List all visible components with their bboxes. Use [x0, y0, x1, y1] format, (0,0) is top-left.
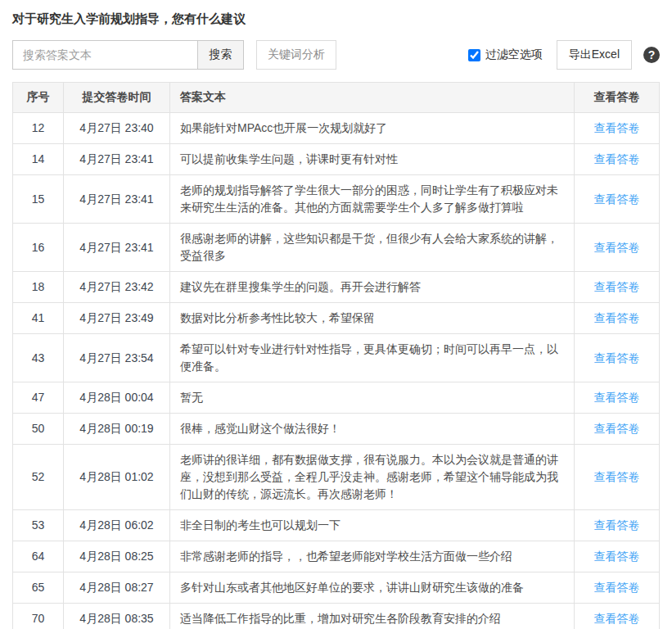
- help-icon[interactable]: ?: [643, 47, 660, 63]
- row-index: 41: [13, 303, 64, 334]
- row-submit-time: 4月27日 23:54: [64, 334, 170, 382]
- view-answer-link[interactable]: 查看答卷: [594, 391, 640, 404]
- row-submit-time: 4月28日 01:02: [64, 445, 170, 510]
- toolbar-right: 过滤空选项 导出Excel ?: [468, 40, 660, 70]
- row-index: 14: [13, 144, 64, 175]
- row-submit-time: 4月28日 00:19: [64, 414, 170, 445]
- table-row: 12 4月27日 23:40 如果能针对MPAcc也开展一次规划就好了 查看答卷: [13, 113, 660, 144]
- header-view-answer: 查看答卷: [575, 83, 660, 113]
- row-view-cell: 查看答卷: [575, 382, 660, 414]
- row-submit-time: 4月28日 08:27: [64, 572, 170, 604]
- view-answer-link[interactable]: 查看答卷: [594, 121, 640, 134]
- row-answer-text: 老师的规划指导解答了学生很大一部分的困惑，同时让学生有了积极应对未来研究生生活的…: [170, 175, 575, 224]
- row-view-cell: 查看答卷: [575, 445, 660, 510]
- row-view-cell: 查看答卷: [575, 113, 660, 144]
- row-index: 65: [13, 572, 64, 604]
- view-answer-link[interactable]: 查看答卷: [594, 470, 640, 483]
- row-index: 15: [13, 175, 64, 224]
- table-row: 16 4月27日 23:41 很感谢老师的讲解，这些知识都是干货，但很少有人会给…: [13, 224, 660, 272]
- table-row: 50 4月28日 00:19 很棒，感觉山财这个做法很好！ 查看答卷: [13, 414, 660, 445]
- search-input[interactable]: [12, 40, 197, 70]
- table-row: 47 4月28日 00:04 暂无 查看答卷: [13, 382, 660, 414]
- row-submit-time: 4月27日 23:40: [64, 113, 170, 144]
- view-answer-link[interactable]: 查看答卷: [594, 518, 640, 532]
- row-view-cell: 查看答卷: [575, 604, 660, 629]
- row-answer-text: 希望可以针对专业进行针对性指导，更具体更确切；时间可以再早一点，以便准备。: [170, 334, 575, 382]
- search-button[interactable]: 搜索: [197, 40, 244, 70]
- row-submit-time: 4月27日 23:49: [64, 303, 170, 334]
- table-row: 64 4月28日 08:25 非常感谢老师的指导，，也希望老师能对学校生活方面做…: [13, 541, 660, 572]
- row-index: 50: [13, 414, 64, 445]
- row-view-cell: 查看答卷: [575, 541, 660, 572]
- keyword-analysis-button[interactable]: 关键词分析: [256, 40, 336, 70]
- row-submit-time: 4月27日 23:41: [64, 144, 170, 175]
- row-index: 12: [13, 113, 64, 144]
- row-answer-text: 老师讲的很详细，都有数据做支撑，很有说服力。本以为会议就是普通的讲座，没想到那么…: [170, 445, 575, 510]
- answers-table: 序号 提交答卷时间 答案文本 查看答卷 12 4月27日 23:40 如果能针对…: [12, 82, 660, 629]
- row-index: 64: [13, 541, 64, 572]
- view-answer-link[interactable]: 查看答卷: [594, 612, 640, 625]
- row-view-cell: 查看答卷: [575, 510, 660, 541]
- row-view-cell: 查看答卷: [575, 224, 660, 272]
- row-answer-text: 暂无: [170, 382, 575, 414]
- row-index: 16: [13, 224, 64, 272]
- row-view-cell: 查看答卷: [575, 144, 660, 175]
- answers-table-header: 序号 提交答卷时间 答案文本 查看答卷: [13, 83, 660, 113]
- row-index: 52: [13, 445, 64, 510]
- row-view-cell: 查看答卷: [575, 572, 660, 604]
- table-row: 65 4月28日 08:27 多针对山东或者其他地区好单位的要求，讲讲山财研究生…: [13, 572, 660, 604]
- view-answer-link[interactable]: 查看答卷: [594, 152, 640, 165]
- row-index: 43: [13, 334, 64, 382]
- row-answer-text: 如果能针对MPAcc也开展一次规划就好了: [170, 113, 575, 144]
- row-view-cell: 查看答卷: [575, 414, 660, 445]
- view-answer-link[interactable]: 查看答卷: [594, 422, 640, 435]
- row-answer-text: 很感谢老师的讲解，这些知识都是干货，但很少有人会给大家系统的讲解，受益很多: [170, 224, 575, 272]
- row-view-cell: 查看答卷: [575, 303, 660, 334]
- view-answer-link[interactable]: 查看答卷: [594, 241, 640, 254]
- header-submit-time: 提交答卷时间: [64, 83, 170, 113]
- table-row: 70 4月28日 08:35 适当降低工作指导的比重，增加对研究生各阶段教育安排…: [13, 604, 660, 629]
- row-view-cell: 查看答卷: [575, 175, 660, 224]
- view-answer-link[interactable]: 查看答卷: [594, 550, 640, 563]
- table-row: 14 4月27日 23:41 可以提前收集学生问题，讲课时更有针对性 查看答卷: [13, 144, 660, 175]
- table-row: 53 4月28日 06:02 非全日制的考生也可以规划一下 查看答卷: [13, 510, 660, 541]
- view-answer-link[interactable]: 查看答卷: [594, 192, 640, 206]
- row-view-cell: 查看答卷: [575, 334, 660, 382]
- survey-answers-page: 对于研究生入学前规划指导，您有什么建议 搜索 关键词分析 过滤空选项 导出Exc…: [0, 0, 672, 629]
- filter-empty-label: 过滤空选项: [485, 48, 543, 62]
- row-index: 53: [13, 510, 64, 541]
- row-index: 47: [13, 382, 64, 414]
- row-index: 70: [13, 604, 64, 629]
- view-answer-link[interactable]: 查看答卷: [594, 280, 640, 293]
- table-row: 43 4月27日 23:54 希望可以针对专业进行针对性指导，更具体更确切；时间…: [13, 334, 660, 382]
- answers-table-body: 12 4月27日 23:40 如果能针对MPAcc也开展一次规划就好了 查看答卷…: [13, 113, 660, 629]
- row-submit-time: 4月27日 23:41: [64, 175, 170, 224]
- row-answer-text: 非常感谢老师的指导，，也希望老师能对学校生活方面做一些介绍: [170, 541, 575, 572]
- row-submit-time: 4月27日 23:41: [64, 224, 170, 272]
- row-answer-text: 适当降低工作指导的比重，增加对研究生各阶段教育安排的介绍: [170, 604, 575, 629]
- row-submit-time: 4月28日 08:25: [64, 541, 170, 572]
- row-view-cell: 查看答卷: [575, 272, 660, 303]
- table-row: 41 4月27日 23:49 数据对比分析参考性比较大，希望保留 查看答卷: [13, 303, 660, 334]
- row-submit-time: 4月27日 23:42: [64, 272, 170, 303]
- filter-empty-checkbox[interactable]: [468, 49, 480, 61]
- header-index: 序号: [13, 83, 64, 113]
- table-row: 52 4月28日 01:02 老师讲的很详细，都有数据做支撑，很有说服力。本以为…: [13, 445, 660, 510]
- table-row: 18 4月27日 23:42 建议先在群里搜集学生的问题。再开会进行解答 查看答…: [13, 272, 660, 303]
- table-row: 15 4月27日 23:41 老师的规划指导解答了学生很大一部分的困惑，同时让学…: [13, 175, 660, 224]
- view-answer-link[interactable]: 查看答卷: [594, 351, 640, 364]
- view-answer-link[interactable]: 查看答卷: [594, 581, 640, 594]
- row-answer-text: 数据对比分析参考性比较大，希望保留: [170, 303, 575, 334]
- row-answer-text: 非全日制的考生也可以规划一下: [170, 510, 575, 541]
- row-index: 18: [13, 272, 64, 303]
- search-group: 搜索: [12, 40, 244, 70]
- header-answer-text: 答案文本: [170, 83, 575, 113]
- row-answer-text: 建议先在群里搜集学生的问题。再开会进行解答: [170, 272, 575, 303]
- view-answer-link[interactable]: 查看答卷: [594, 311, 640, 324]
- row-answer-text: 很棒，感觉山财这个做法很好！: [170, 414, 575, 445]
- toolbar: 搜索 关键词分析 过滤空选项 导出Excel ?: [12, 40, 660, 70]
- export-excel-button[interactable]: 导出Excel: [557, 40, 632, 70]
- row-answer-text: 可以提前收集学生问题，讲课时更有针对性: [170, 144, 575, 175]
- row-submit-time: 4月28日 06:02: [64, 510, 170, 541]
- row-answer-text: 多针对山东或者其他地区好单位的要求，讲讲山财研究生该做的准备: [170, 572, 575, 604]
